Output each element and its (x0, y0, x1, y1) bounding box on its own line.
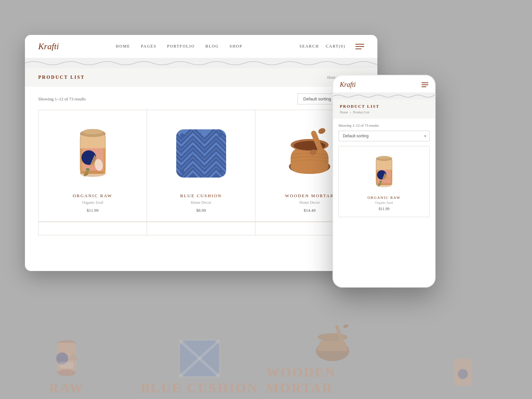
mobile-breadcrumb-sep: › (350, 110, 351, 114)
mobile-header: Krafti (333, 75, 435, 93)
cart-action[interactable]: CART(0) (326, 44, 345, 49)
desktop-header: Krafti HOME PAGES PORTFOLIO BLOG SHOP SE… (25, 35, 377, 58)
nav-shop[interactable]: SHOP (230, 44, 243, 49)
svg-point-35 (180, 170, 184, 174)
product-price-1: $11.99 (87, 208, 98, 213)
nav-portfolio[interactable]: PORTFOLIO (167, 44, 195, 49)
mobile-logo[interactable]: Krafti (340, 81, 356, 88)
bg-title-3: WOODEN MORTAR (266, 364, 399, 396)
product-category-3: Home Decor (299, 200, 320, 205)
product-name-3: WOODEN MORTAR (285, 193, 334, 199)
desktop-nav: HOME PAGES PORTFOLIO BLOG SHOP (116, 44, 242, 49)
bg-col-3: WOODEN MORTAR (266, 306, 399, 399)
header-right: SEARCH CART(0) (299, 44, 364, 49)
product-card-2[interactable]: BLUE CUSHION Home Decor $8.99 (147, 110, 255, 222)
product-image-2 (171, 120, 231, 187)
bg-col-4 (399, 306, 532, 399)
svg-point-36 (218, 170, 222, 174)
desktop-window: Krafti HOME PAGES PORTFOLIO BLOG SHOP SE… (25, 35, 377, 271)
mobile-product-card-1[interactable]: ORGANIC RAW Organic food $11.99 (338, 146, 430, 217)
mobile-results: Showing 1–12 of 73 results (338, 123, 430, 127)
mobile-breadcrumb-current: Product List (353, 110, 369, 114)
svg-point-33 (180, 133, 184, 137)
bg-col-2: BLUE CUSHION (133, 306, 266, 399)
product-card-1[interactable]: ORGANIC RAW Organic food $11.99 (39, 110, 147, 222)
product-price-3: $14.49 (304, 208, 316, 213)
svg-point-11 (318, 333, 347, 341)
product-price-2: $8.99 (196, 208, 206, 213)
page-header: PRODUCT LIST Home > Product List (25, 68, 377, 87)
results-count: Showing 1–12 of 73 results (38, 96, 86, 102)
mobile-sort-wrapper: Default sorting Sort by price: low to hi… (338, 131, 430, 141)
mobile-hamburger[interactable] (422, 82, 428, 87)
product-category-1: Organic food (82, 200, 103, 205)
mobile-product-image-1 (367, 152, 401, 192)
mobile-products-area: Showing 1–12 of 73 results Default sorti… (333, 119, 435, 217)
mobile-breadcrumb-home[interactable]: Home (340, 110, 348, 114)
svg-point-15 (458, 369, 468, 379)
hamburger-menu[interactable] (355, 44, 364, 49)
products-area: Showing 1–12 of 73 results Default sorti… (25, 87, 377, 235)
bg-col-1: RAW (0, 306, 133, 399)
product-image-1 (63, 120, 123, 187)
desktop-logo[interactable]: Krafti (38, 42, 59, 52)
svg-point-30 (80, 170, 105, 177)
svg-point-59 (376, 183, 392, 187)
search-action[interactable]: SEARCH (299, 44, 319, 49)
mobile-page-title: PRODUCT LIST (340, 104, 428, 109)
nav-home[interactable]: HOME (116, 44, 130, 49)
svg-point-54 (378, 156, 390, 159)
product-category-2: Home Decor (191, 200, 211, 205)
mobile-page-header: PRODUCT LIST Home › Product List (333, 99, 435, 119)
svg-point-34 (218, 133, 222, 137)
svg-point-43 (318, 127, 326, 135)
bg-title-1: RAW (49, 380, 84, 396)
bg-title-2: BLUE CUSHION (141, 380, 258, 396)
products-toolbar: Showing 1–12 of 73 results Default sorti… (38, 93, 364, 104)
svg-point-13 (343, 324, 349, 329)
nav-pages[interactable]: PAGES (141, 44, 157, 49)
mobile-product-category: Organic food (375, 201, 393, 204)
mobile-window: Krafti PRODUCT LIST Home › Product List … (332, 75, 436, 288)
mobile-product-name: ORGANIC RAW (367, 196, 401, 200)
product-grid: ORGANIC RAW Organic food $11.99 (38, 110, 364, 222)
product-row-2 (38, 222, 364, 235)
product-name-1: ORGANIC RAW (73, 193, 112, 199)
mobile-wave (333, 93, 435, 99)
product-name-2: BLUE CUSHION (180, 193, 222, 199)
page-title: PRODUCT LIST (38, 75, 85, 80)
svg-point-25 (83, 129, 103, 134)
wave-decoration (25, 58, 377, 68)
nav-blog[interactable]: BLOG (205, 44, 219, 49)
product-image-3 (280, 120, 339, 187)
svg-rect-5 (60, 362, 73, 368)
svg-point-2 (57, 369, 76, 376)
mobile-product-price: $11.99 (379, 206, 390, 211)
mobile-breadcrumb: Home › Product List (340, 110, 428, 114)
mobile-sort-select[interactable]: Default sorting Sort by price: low to hi… (338, 131, 430, 141)
